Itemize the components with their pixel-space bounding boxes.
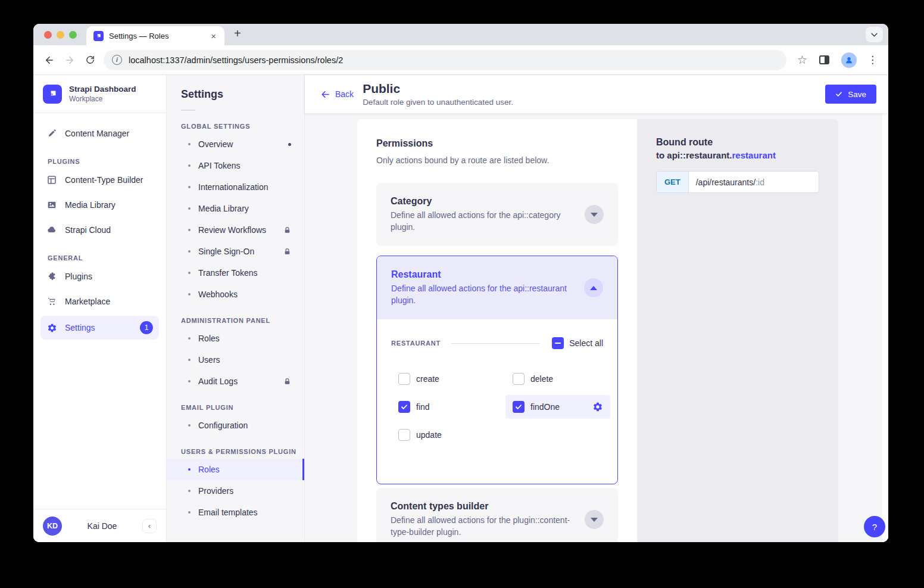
- notification-count-badge: 1: [140, 321, 153, 334]
- user-avatar[interactable]: KD: [43, 517, 62, 536]
- browser-toolbar: i localhost:1337/admin/settings/users-pe…: [33, 45, 888, 75]
- permission-find[interactable]: find: [391, 395, 505, 419]
- expand-accordion-button[interactable]: [585, 205, 604, 224]
- browser-tab[interactable]: Settings — Roles ×: [86, 26, 224, 45]
- sidebar-item-plugins[interactable]: Plugins: [40, 266, 159, 287]
- zoom-window-button[interactable]: [69, 31, 77, 39]
- select-all-checkbox[interactable]: [552, 337, 564, 349]
- lock-icon: [283, 378, 291, 385]
- accordion-description: Define all allowed actions for the plugi…: [391, 515, 572, 538]
- close-window-button[interactable]: [44, 31, 52, 39]
- findone-checkbox[interactable]: [513, 401, 525, 413]
- bullet-dot: [188, 164, 191, 167]
- subnav-item-review-workflows[interactable]: Review Workflows: [167, 219, 304, 241]
- accordion-category[interactable]: Category Define all allowed actions for …: [376, 183, 618, 246]
- subnav-section-label: USERS & PERMISSIONS PLUGIN: [181, 448, 304, 455]
- bound-route-target: to api::restaurant.restaurant: [656, 150, 819, 160]
- save-button[interactable]: Save: [825, 85, 876, 104]
- divider: [181, 110, 195, 111]
- tab-close-icon[interactable]: ×: [208, 31, 218, 41]
- url-bar[interactable]: i localhost:1337/admin/settings/users-pe…: [104, 50, 786, 70]
- sidebar-item-strapi-cloud[interactable]: Strapi Cloud: [40, 219, 159, 241]
- subnav-item-label: Roles: [198, 334, 220, 343]
- reload-icon[interactable]: [80, 50, 100, 70]
- subnav-section-label: EMAIL PLUGIN: [181, 404, 304, 411]
- strapi-logo-icon: [43, 85, 62, 104]
- browser-menu-icon[interactable]: ⋮: [867, 54, 878, 66]
- expand-accordion-button[interactable]: [585, 510, 604, 529]
- route-target-prefix: to api::restaurant.: [656, 150, 732, 160]
- subnav-item-transfer-tokens[interactable]: Transfer Tokens: [167, 262, 304, 284]
- help-button[interactable]: ?: [864, 516, 885, 537]
- collapse-accordion-button[interactable]: [584, 278, 603, 297]
- accordion-description: Define all allowed actions for the api::…: [391, 283, 573, 306]
- url-text[interactable]: localhost:1337/admin/settings/users-perm…: [129, 55, 343, 65]
- subnav-title: Settings: [181, 88, 304, 101]
- create-checkbox[interactable]: [398, 373, 410, 385]
- accordion-content-types-builder[interactable]: Content types builder Define all allowed…: [376, 488, 618, 542]
- subnav-item-admin-users[interactable]: Users: [167, 349, 304, 371]
- layout-grid-icon: [46, 175, 57, 185]
- subnav-item-label: Configuration: [198, 421, 248, 430]
- subnav-item-media-library[interactable]: Media Library: [167, 198, 304, 219]
- check-icon: [515, 403, 522, 410]
- sidebar-section-label: GENERAL: [48, 254, 166, 262]
- back-link[interactable]: Back: [320, 89, 354, 99]
- permission-settings-button[interactable]: [592, 402, 603, 412]
- subnav-item-email-templates[interactable]: Email templates: [167, 502, 304, 523]
- workspace-brand[interactable]: Strapi Dashboard Workplace: [33, 75, 166, 113]
- permissions-grid: create delete: [391, 367, 603, 447]
- forward-nav-icon[interactable]: [60, 50, 80, 70]
- sidebar-item-label: Content-Type Builder: [65, 175, 143, 185]
- subnav-item-label: Single Sign-On: [198, 247, 254, 256]
- update-checkbox[interactable]: [398, 429, 410, 441]
- chevron-up-icon: [590, 286, 597, 290]
- permission-create[interactable]: create: [391, 367, 505, 391]
- delete-checkbox[interactable]: [513, 373, 525, 385]
- subnav-item-audit-logs[interactable]: Audit Logs: [167, 371, 304, 392]
- chevron-down-icon: [591, 518, 598, 522]
- permission-update[interactable]: update: [391, 423, 505, 447]
- subnav-item-single-sign-on[interactable]: Single Sign-On: [167, 241, 304, 262]
- find-checkbox[interactable]: [398, 401, 410, 413]
- bound-route-title: Bound route: [656, 137, 819, 148]
- tab-search-chevron-icon[interactable]: [866, 27, 883, 42]
- subnav-item-up-roles[interactable]: Roles: [167, 459, 304, 480]
- collapse-sidebar-icon[interactable]: ‹: [142, 519, 157, 533]
- accordion-description: Define all allowed actions for the api::…: [391, 210, 572, 233]
- subnav-item-label: Transfer Tokens: [198, 268, 258, 278]
- bullet-dot: [188, 250, 191, 253]
- sidebar-item-settings[interactable]: Settings 1: [40, 316, 159, 340]
- sidebar-item-marketplace[interactable]: Marketplace: [40, 291, 159, 312]
- subnav-item-label: Internationalization: [198, 182, 269, 192]
- subnav-item-api-tokens[interactable]: API Tokens: [167, 155, 304, 176]
- site-info-icon[interactable]: i: [112, 55, 122, 65]
- back-nav-icon[interactable]: [39, 50, 60, 70]
- bookmark-star-icon[interactable]: ☆: [797, 53, 807, 67]
- sidebar-item-media-library[interactable]: Media Library: [40, 194, 159, 216]
- subnav-item-label: Email templates: [198, 508, 258, 517]
- subnav-item-admin-roles[interactable]: Roles: [167, 328, 304, 349]
- subnav-item-providers[interactable]: Providers: [167, 480, 304, 502]
- permission-label: update: [416, 430, 442, 440]
- bullet-dot: [188, 490, 191, 492]
- subnav-item-internationalization[interactable]: Internationalization: [167, 176, 304, 198]
- scrollbar-track[interactable]: [882, 75, 888, 542]
- permission-delete[interactable]: delete: [505, 367, 610, 391]
- bullet-dot: [188, 424, 191, 427]
- sidebar-item-content-manager[interactable]: Content Manager: [40, 123, 159, 144]
- permission-findone[interactable]: findOne: [505, 395, 610, 419]
- subnav-item-email-configuration[interactable]: Configuration: [167, 415, 304, 436]
- new-tab-button[interactable]: +: [234, 27, 241, 39]
- gear-icon: [592, 402, 603, 412]
- minimize-window-button[interactable]: [57, 31, 64, 39]
- accordion-restaurant-header[interactable]: Restaurant Define all allowed actions fo…: [377, 256, 617, 319]
- subnav-item-webhooks[interactable]: Webhooks: [167, 284, 304, 305]
- browser-profile-avatar[interactable]: [841, 52, 857, 68]
- subnav-item-overview[interactable]: Overview: [167, 133, 304, 155]
- route-param: :id: [756, 178, 764, 187]
- sidebar-item-content-type-builder[interactable]: Content-Type Builder: [40, 169, 159, 191]
- bullet-dot: [188, 337, 191, 340]
- select-all-control[interactable]: Select all: [552, 337, 603, 349]
- side-panel-icon[interactable]: [819, 55, 829, 64]
